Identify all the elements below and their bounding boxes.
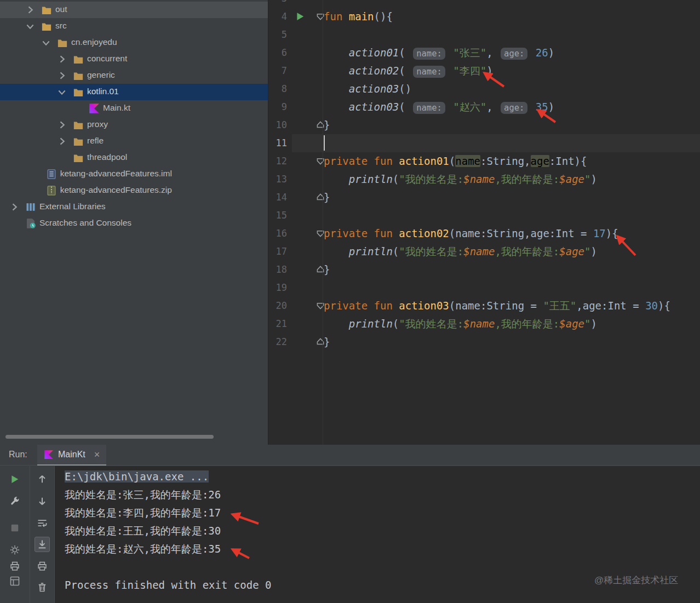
printer-button[interactable] (7, 559, 22, 574)
chevron-right-icon[interactable] (25, 4, 36, 15)
line-number: 8 (268, 80, 287, 98)
code-text: private fun action01(name:String,age:Int… (324, 152, 587, 170)
kotlin-icon (89, 103, 100, 114)
tree-item-concurrent[interactable]: concurrent (0, 51, 268, 67)
folder-icon (41, 21, 52, 32)
editor-line-15[interactable]: 15 (268, 206, 700, 225)
scroll-to-end-button[interactable] (35, 537, 50, 552)
close-icon[interactable]: × (94, 449, 100, 461)
editor-line-21[interactable]: 21 println("我的姓名是:$name,我的年龄是:$age") (268, 315, 700, 333)
tree-item-generic[interactable]: generic (0, 67, 268, 84)
line-number: 15 (268, 206, 287, 225)
line-number: 21 (268, 315, 287, 333)
tree-item-label: generic (87, 70, 115, 80)
horizontal-scrollbar[interactable] (5, 435, 214, 439)
editor-line-7[interactable]: 7 action02( name: "李四") (268, 62, 700, 80)
run-tab-mainkt[interactable]: MainKt × (37, 445, 106, 466)
run-toolbar-left (0, 466, 30, 603)
code-text: println("我的姓名是:$name,我的年龄是:$age") (324, 315, 597, 333)
code-text: action03( name: "赵六", age: 35) (324, 98, 554, 117)
line-number: 11 (268, 134, 287, 152)
code-text: } (324, 333, 330, 351)
editor-line-17[interactable]: 17 println("我的姓名是:$name,我的年龄是:$age") (268, 243, 700, 261)
print-button[interactable] (35, 559, 50, 574)
run-panel-title: Run: (9, 450, 27, 460)
line-number: 7 (268, 62, 287, 80)
code-text: } (324, 116, 330, 134)
tree-item-ketang-advancedfeatures-zip[interactable]: ketang-advancedFeatures.zip (0, 182, 268, 199)
run-panel-header: Run: MainKt × (0, 445, 700, 466)
editor-line-3[interactable]: 3 (268, 0, 700, 8)
tree-item-kotlin-01[interactable]: kotlin.01 (0, 84, 268, 100)
code-text: private fun action02(name:String,age:Int… (324, 225, 618, 243)
tree-item-refle[interactable]: refle (0, 133, 268, 150)
folder-icon (41, 4, 52, 15)
line-number: 9 (268, 98, 287, 116)
code-text: } (324, 261, 330, 279)
editor-line-8[interactable]: 8 action03() (268, 80, 700, 98)
tree-item-cn-enjoyedu[interactable]: cn.enjoyedu (0, 35, 268, 51)
tree-item-label: kotlin.01 (87, 87, 119, 96)
editor-line-5[interactable]: 5 (268, 26, 700, 44)
line-number: 3 (268, 0, 287, 8)
soft-wrap-button[interactable] (35, 515, 50, 531)
editor-line-13[interactable]: 13 println("我的姓名是:$name,我的年龄是:$age") (268, 170, 700, 188)
tree-item-label: concurrent (87, 54, 127, 64)
watermark: @稀土掘金技术社区 (594, 574, 678, 587)
editor-line-22[interactable]: 22} (268, 333, 700, 351)
code-editor[interactable]: 34fun main(){56 action01( name: "张三", ag… (268, 0, 700, 445)
package-icon (73, 70, 84, 81)
up-stack-trace-button[interactable] (35, 472, 50, 487)
editor-line-9[interactable]: 9 action03( name: "赵六", age: 35) (268, 98, 700, 116)
tree-item-proxy[interactable]: proxy (0, 117, 268, 133)
chevron-right-icon[interactable] (56, 136, 67, 147)
tree-item-label: ketang-advancedFeatures.zip (60, 185, 172, 195)
tree-item-main-kt[interactable]: Main.kt (0, 100, 268, 117)
code-text: private fun action03(name:String = "王五",… (324, 297, 670, 315)
console-line: 我的姓名是:王五,我的年龄是:30 (65, 522, 700, 540)
editor-line-6[interactable]: 6 action01( name: "张三", age: 26) (268, 44, 700, 62)
chevron-down-icon[interactable] (41, 37, 51, 48)
editor-line-10[interactable]: 10} (268, 116, 700, 134)
wrench-settings-button[interactable] (7, 493, 22, 509)
gear-button[interactable] (7, 542, 22, 558)
package-icon (73, 152, 84, 163)
editor-line-4[interactable]: 4fun main(){ (268, 8, 700, 26)
line-number: 18 (268, 261, 287, 279)
clear-all-button[interactable] (35, 579, 50, 595)
line-number: 20 (268, 297, 287, 315)
tree-item-label: src (55, 21, 67, 31)
tree-item-src[interactable]: src (0, 18, 268, 35)
stop-button[interactable] (7, 520, 22, 536)
chevron-right-icon[interactable] (9, 202, 20, 213)
chevron-down-icon[interactable] (56, 87, 67, 97)
project-panel[interactable]: outsrccn.enjoyeduconcurrentgenerickotlin… (0, 0, 268, 445)
console-toolbar (30, 466, 55, 603)
chevron-down-icon[interactable] (25, 21, 36, 32)
text-cursor (324, 135, 325, 151)
chevron-right-icon[interactable] (56, 119, 67, 130)
tree-item-ketang-advancedfeatures-iml[interactable]: ketang-advancedFeatures.iml (0, 166, 268, 182)
tree-item-threadpool[interactable]: threadpool (0, 150, 268, 166)
console-line: 我的姓名是:张三,我的年龄是:26 (65, 486, 700, 504)
tree-item-label: out (55, 4, 67, 14)
editor-line-14[interactable]: 14} (268, 188, 700, 206)
tree-item-external-libraries[interactable]: External Libraries (0, 199, 268, 215)
rerun-button[interactable] (7, 472, 22, 487)
package-icon (73, 136, 84, 147)
chevron-right-icon[interactable] (56, 54, 67, 65)
run-gutter-icon[interactable] (295, 11, 306, 22)
editor-line-20[interactable]: 20private fun action03(name:String = "王五… (268, 297, 700, 315)
package-icon (57, 37, 68, 48)
editor-line-11[interactable]: 11 (268, 134, 700, 152)
down-stack-trace-button[interactable] (35, 493, 50, 509)
restore-layout-button[interactable] (7, 573, 22, 589)
editor-line-16[interactable]: 16private fun action02(name:String,age:I… (268, 225, 700, 243)
editor-line-18[interactable]: 18} (268, 261, 700, 279)
editor-line-12[interactable]: 12private fun action01(name:String,age:I… (268, 152, 700, 170)
editor-line-19[interactable]: 19 (268, 279, 700, 297)
tree-item-scratches-and-consoles[interactable]: Scratches and Consoles (0, 215, 268, 232)
kotlin-icon (44, 450, 54, 460)
tree-item-out[interactable]: out (0, 2, 268, 18)
chevron-right-icon[interactable] (56, 70, 67, 81)
